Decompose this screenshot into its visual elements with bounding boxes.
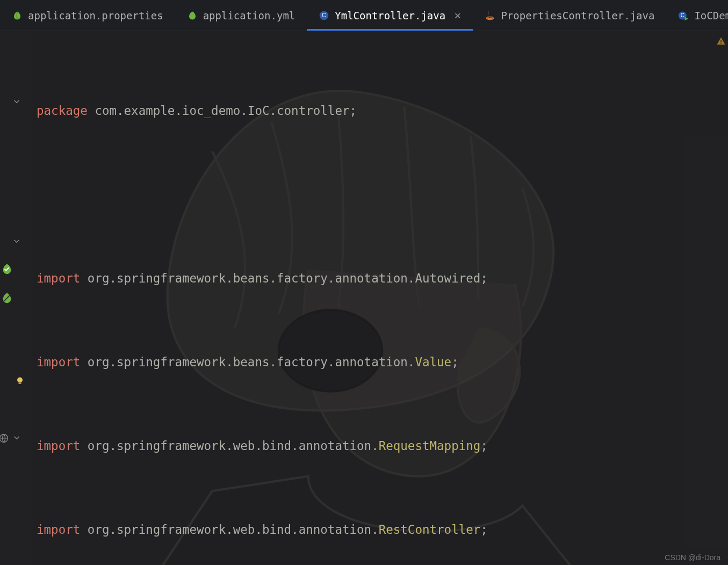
chevron-down-icon[interactable] [0,97,33,106]
lightbulb-icon[interactable] [3,376,37,387]
spring-leaf-slash-icon[interactable] [0,292,24,304]
svg-marker-5 [685,17,689,20]
svg-text:C: C [322,12,326,18]
tab-application-properties[interactable]: application.properties [0,0,175,31]
java-class-run-icon: C [678,10,689,21]
watermark: CSDN @di-Dora [665,553,720,562]
tab-label: application.properties [28,10,163,21]
tab-application-yml[interactable]: application.yml [175,0,307,31]
tab-properties-controller[interactable]: PropertiesController.java [473,0,666,31]
svg-point-10 [17,378,23,383]
tab-label: YmlController.java [335,10,445,21]
code-line: import org.springframework.web.bind.anno… [33,432,728,460]
code-line [33,180,728,208]
close-icon[interactable]: × [451,10,461,21]
tab-ioc-demo-application[interactable]: C IoCDemoApplication.j [666,0,728,31]
svg-rect-11 [19,383,21,385]
code-line: import org.springframework.beans.factory… [33,264,728,292]
code-area[interactable]: package com.example.ioc_demo.IoC.control… [33,31,728,565]
tab-label: application.yml [203,10,295,21]
tab-yml-controller[interactable]: C YmlController.java × [307,0,473,31]
editor[interactable]: package com.example.ioc_demo.IoC.control… [0,31,728,565]
tab-label: PropertiesController.java [501,10,654,21]
gutter [0,31,33,565]
code-line: import org.springframework.beans.factory… [33,348,728,376]
java-class-icon: C [319,10,329,21]
tab-bar: application.properties application.yml C… [0,0,728,31]
chevron-down-icon[interactable] [0,433,33,443]
code-line: package com.example.ioc_demo.IoC.control… [33,97,728,125]
svg-text:C: C [681,12,684,18]
java-class-icon [485,10,495,21]
tab-label: IoCDemoApplication.j [694,10,728,21]
leaf-icon [12,10,23,21]
code-line: import org.springframework.web.bind.anno… [33,516,728,544]
spring-leaf-check-icon[interactable] [0,263,24,275]
chevron-down-icon[interactable] [0,236,33,246]
leaf-icon [187,10,198,21]
